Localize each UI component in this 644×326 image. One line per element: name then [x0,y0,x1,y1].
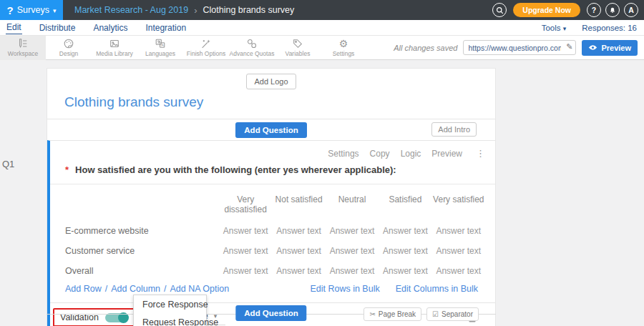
toolbar-item-finish-options[interactable]: Finish Options [183,36,229,60]
edit-url-pencil-icon[interactable]: ✎ [566,42,572,51]
search-button[interactable] [492,3,507,17]
survey-url-input[interactable] [463,40,576,55]
required-asterisk-icon: * [65,164,69,175]
kebab-menu-icon[interactable]: ⋮ [476,148,485,159]
matrix-cell[interactable]: Answer text [272,241,325,261]
survey-url-wrap: ✎ [463,40,576,55]
matrix-column-header[interactable]: Not satisfied [272,186,325,221]
product-switcher[interactable]: ? Surveys ▾ [0,0,63,20]
breadcrumb-folder-link[interactable]: Market Research - Aug 2019 [74,5,188,15]
matrix-column-header[interactable]: Very satisfied [432,186,485,221]
matrix-cell[interactable]: Answer text [379,261,431,281]
tag-icon [292,38,303,49]
edit-rows-in-bulk-link[interactable]: Edit Rows in Bulk [310,284,379,294]
intro-row: Add Question Add Intro [47,119,495,140]
question-preview-link[interactable]: Preview [431,149,462,159]
avatar[interactable]: A [624,3,638,17]
row-column-links: Add Row / Add Column / Add NA Option Edi… [50,281,495,302]
tab-integration[interactable]: Integration [145,21,187,34]
tab-distribute[interactable]: Distribute [39,21,77,34]
matrix-cell[interactable]: Answer text [272,221,325,241]
between-question-row: Add Question ✂ Page Break ☑ Separator [47,304,496,325]
tab-analytics[interactable]: Analytics [92,21,128,34]
question-logic-link[interactable]: Logic [401,149,421,159]
matrix-cell[interactable]: Answer text [432,261,485,281]
matrix-cell[interactable]: Answer text [432,221,485,241]
matrix-column-header[interactable]: Neutral [326,186,379,221]
chain-links-icon [246,38,258,49]
matrix-row-label[interactable]: Customer service [65,241,219,261]
question-text: How satisfied are you with the following… [75,164,396,175]
toolbar-item-languages[interactable]: A Languages [137,36,183,60]
bell-icon [609,6,616,14]
logo-row: Add Logo [47,69,495,89]
toolbar-item-workspace[interactable]: Workspace [0,36,46,60]
survey-card: Add Logo Clothing brands survey Add Ques… [47,68,496,326]
editor-toolbar: Workspace Design Media Library A Languag… [0,36,644,60]
matrix-table: Very dissatisfied Not satisfied Neutral … [50,184,495,281]
edit-columns-in-bulk-link[interactable]: Edit Columns in Bulk [396,284,478,294]
image-icon [109,38,120,49]
topnav-actions: Upgrade Now ? A [492,3,644,17]
checkbox-checked-icon: ☑ [432,310,439,318]
translate-icon: A [155,38,166,49]
upgrade-now-button[interactable]: Upgrade Now [513,3,580,17]
notifications-button[interactable] [605,3,620,17]
svg-text:A: A [161,43,164,47]
matrix-cell[interactable]: Answer text [326,241,379,261]
toolbar-item-advance-quotas[interactable]: Advance Quotas [229,36,275,60]
chevron-down-icon: ▾ [53,7,57,14]
matrix-column-header[interactable]: Satisfied [379,186,431,221]
matrix-row-label[interactable]: Overall [65,261,219,281]
eye-icon [588,44,597,51]
toolbar-item-design[interactable]: Design [46,36,92,60]
magic-wand-icon [200,38,212,49]
question-number: Q1 [2,159,14,169]
menu-item-force-response[interactable]: Force Response [134,295,206,313]
search-icon [496,6,504,14]
toolbar-item-settings[interactable]: ⚙ Settings [321,36,366,60]
matrix-cell[interactable]: Answer text [219,261,272,281]
chevron-down-icon: ▾ [563,25,567,32]
matrix-row-label[interactable]: E-commerce website [65,221,219,241]
add-intro-button[interactable]: Add Intro [431,122,477,137]
matrix-cell[interactable]: Answer text [379,241,431,261]
menu-item-request-response[interactable]: Request Response [134,313,206,326]
matrix-cell[interactable]: Answer text [326,261,379,281]
separator-button[interactable]: ☑ Separator [426,307,479,321]
page-break-button[interactable]: ✂ Page Break [364,307,421,321]
matrix-corner [65,186,219,221]
matrix-cell[interactable]: Answer text [219,241,272,261]
matrix-cell[interactable]: Answer text [432,241,485,261]
survey-editor-page: ? Surveys ▾ Market Research - Aug 2019 ›… [0,0,644,326]
link-separator: / [164,284,166,294]
toolbar-item-variables[interactable]: Variables [275,36,321,60]
survey-title[interactable]: Clothing brands survey [47,89,495,119]
matrix-cell[interactable]: Answer text [219,221,272,241]
add-question-top-button[interactable]: Add Question [235,122,306,138]
tab-edit[interactable]: Edit [6,21,22,34]
responses-count[interactable]: Responses: 16 [582,24,637,32]
tools-dropdown[interactable]: Tools ▾ [542,24,567,32]
workspace-icon [17,38,29,49]
matrix-column-header[interactable]: Very dissatisfied [219,186,272,221]
breadcrumb: Market Research - Aug 2019 › Clothing br… [74,5,294,16]
question-settings-link[interactable]: Settings [328,149,358,159]
add-row-link[interactable]: Add Row [65,284,102,294]
response-type-menu: Force Response Request Response [133,295,207,326]
add-logo-button[interactable]: Add Logo [246,74,296,89]
add-na-option-link[interactable]: Add NA Option [170,284,230,294]
matrix-cell[interactable]: Answer text [379,221,431,241]
question-copy-link[interactable]: Copy [370,149,390,159]
matrix-cell[interactable]: Answer text [272,261,325,281]
gear-icon: ⚙ [339,39,348,49]
add-question-bottom-button[interactable]: Add Question [235,305,306,321]
save-status: All changes saved [394,44,457,52]
subnav-right: Tools ▾ Responses: 16 [542,24,638,32]
help-button[interactable]: ? [587,3,601,17]
preview-button[interactable]: Preview [582,40,638,56]
add-column-link[interactable]: Add Column [111,284,160,294]
matrix-cell[interactable]: Answer text [326,221,379,241]
question-text-row[interactable]: *How satisfied are you with the followin… [50,163,495,184]
toolbar-item-media-library[interactable]: Media Library [92,36,137,60]
